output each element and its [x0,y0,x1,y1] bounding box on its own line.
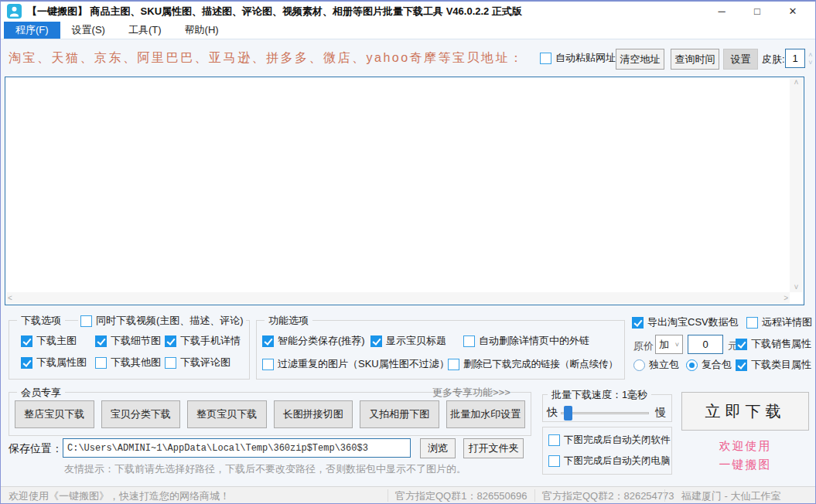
download-now-button[interactable]: 立即下载 [681,392,809,431]
minimize-icon[interactable]: ─ [704,2,739,22]
remove-external-links-checkbox[interactable]: 自动删除详情页中的外链 [463,334,589,348]
checkbox-label: 下载手机详情 [180,334,241,348]
spinner-down-icon[interactable]: ˅ [808,59,812,66]
category-download-button[interactable]: 宝贝分类下载 [101,400,181,428]
url-input[interactable] [7,79,788,291]
checkbox-label: 下载评论图 [180,356,230,369]
auto-close-pc-checkbox[interactable]: 下图完成后自动关闭电脑 [548,454,671,468]
speed-slider-track[interactable] [561,412,649,414]
auto-close-app-checkbox[interactable]: 下图完成后自动关闭软件 [548,433,671,447]
menu-item-help[interactable]: 帮助(H) [173,22,230,39]
horizontal-scrollbar[interactable]: ˂ ˃ [6,292,790,304]
chevron-down-icon: ˅ [675,341,679,349]
checkbox-icon [548,455,560,467]
radio-icon [633,359,645,371]
open-folder-button[interactable]: 打开文件夹 [463,438,524,458]
checkbox-icon [540,53,551,64]
download-detail-image-checkbox[interactable]: 下载细节图 [95,334,161,348]
scroll-left-icon[interactable]: ˂ [8,294,12,303]
download-review-image-checkbox[interactable]: 下载评论图 [165,356,230,369]
scroll-down-icon[interactable]: ˅ [794,283,799,292]
checkbox-icon [95,335,107,347]
supported-sites-label: 淘宝、天猫、京东、阿里巴巴、亚马逊、拼多多、微店、yahoo奇摩等宝贝地址： [9,50,524,66]
checkbox-label: 下图完成后自动关闭软件 [564,434,671,447]
status-qq-group-2: 官方指定QQ群2：826254773 [542,489,674,503]
save-path-input[interactable] [63,438,411,458]
menu-bar: 程序(F) 设置(S) 工具(T) 帮助(H) [1,22,815,39]
speed-slider-thumb[interactable] [564,406,572,421]
download-main-image-checkbox[interactable]: 下载主图 [21,334,77,348]
skin-spinner: ˄ ˅ [806,49,815,68]
download-attr-image-checkbox[interactable]: 下载属性图 [21,356,87,369]
remote-detail-checkbox[interactable]: 远程详情图 [746,315,812,329]
download-mobile-detail-checkbox[interactable]: 下载手机详情 [165,334,241,348]
menu-item-program[interactable]: 程序(F) [4,22,60,39]
checkbox-label: 删除已下载完成的链接（断点续传） [463,358,618,371]
single-package-radio[interactable]: 独立包 [633,358,679,372]
whole-store-download-button[interactable]: 整店宝贝下载 [15,400,94,428]
clear-address-button[interactable]: 清空地址 [616,49,664,70]
vertical-scrollbar[interactable]: ˄ ˅ [790,78,803,292]
checkbox-label: 显示宝贝标题 [386,334,446,348]
status-qq-group-1: 官方指定QQ群1：826550696 [395,489,527,503]
menu-item-settings[interactable]: 设置(S) [60,22,117,39]
upai-album-download-button[interactable]: 又拍相册下图 [360,400,439,428]
checkbox-icon [632,317,644,329]
checkbox-label: 下载其他图 [111,356,161,369]
menu-item-tools[interactable]: 工具(T) [117,22,173,39]
checkbox-label: 下载属性图 [36,356,87,369]
delete-finished-links-checkbox[interactable]: 删除已下载完成的链接（断点续传） [448,357,618,371]
price-label: 原价 [633,339,654,353]
checkbox-icon [370,335,382,347]
member-group-title: 会员专享 [17,386,65,400]
app-icon [7,4,22,22]
filter-duplicates-checkbox[interactable]: 过滤重复的图片（SKU属性图不过滤） [262,357,449,371]
checkbox-icon [95,357,107,369]
download-options-title: 下载选项 [17,314,65,328]
sales-attr-checkbox[interactable]: 下载销售属性 [736,337,811,351]
checkbox-icon [262,335,274,347]
checkbox-label: 下载类目属性 [751,358,811,372]
function-options-title: 功能选项 [265,314,312,328]
show-title-checkbox[interactable]: 显示宝贝标题 [370,334,446,348]
scroll-up-icon[interactable]: ˄ [794,78,799,87]
spinner-up-icon[interactable]: ˄ [808,51,812,59]
batch-watermark-button[interactable]: 批量加水印设置 [446,400,526,428]
long-image-slice-button[interactable]: 长图拼接切图 [274,400,353,428]
checkbox-icon [736,339,747,350]
skin-number-input[interactable] [785,49,805,68]
settings-button[interactable]: 设置 [723,49,758,70]
radio-label: 复合包 [702,358,732,372]
speed-slow-label: 慢 [655,406,666,420]
category-attr-checkbox[interactable]: 下载类目属性 [736,358,811,372]
price-op-select[interactable]: 加 ˅ [655,335,683,354]
title-bar: 【一键搬图】 商品主图、SKU属性图、描述图、评论图、视频素材、相册等图片批量下… [1,2,815,22]
checkbox-icon [80,315,92,327]
skin-label: 皮肤: [762,53,785,66]
whole-page-download-button[interactable]: 整页宝贝下载 [187,400,267,428]
smart-classify-checkbox[interactable]: 智能分类保存(推荐) [262,334,365,348]
auto-paste-checkbox[interactable]: 自动粘贴网址 [540,51,616,65]
download-video-checkbox[interactable]: 同时下载视频(主图、描述、评论) [78,314,246,328]
status-bar: 欢迎使用《一键搬图》，快速打造您的网络商城！ 官方指定QQ群1：82655069… [1,486,815,504]
checkbox-label: 智能分类保存(推荐) [278,334,365,348]
member-buttons-row: 整店宝贝下载 宝贝分类下载 整页宝贝下载 长图拼接切图 又拍相册下图 批量加水印… [15,400,525,428]
query-time-button[interactable]: 查询时间 [671,49,719,70]
welcome-text-2: 一键搬图 [681,458,809,472]
composite-package-radio[interactable]: 复合包 [686,358,732,372]
more-features-link[interactable]: 更多专享功能>>> [432,386,510,400]
export-csv-checkbox[interactable]: 导出淘宝CSV数据包 [632,315,739,329]
status-separator [664,489,665,502]
save-location-label: 保存位置： [9,442,63,456]
price-value-input[interactable] [688,335,723,354]
maximize-icon[interactable]: □ [739,2,775,22]
scroll-right-icon[interactable]: ˃ [784,294,788,303]
browse-button[interactable]: 浏览 [420,438,456,458]
checkbox-icon [463,335,475,347]
checkbox-icon [548,434,560,446]
download-other-image-checkbox[interactable]: 下载其他图 [95,356,161,369]
price-op-value: 加 [659,338,669,352]
checkbox-label: 过滤重复的图片（SKU属性图不过滤） [278,357,449,371]
close-icon[interactable]: ✕ [775,2,811,22]
url-list-area: ˄ ˅ ˂ ˃ [5,77,804,305]
